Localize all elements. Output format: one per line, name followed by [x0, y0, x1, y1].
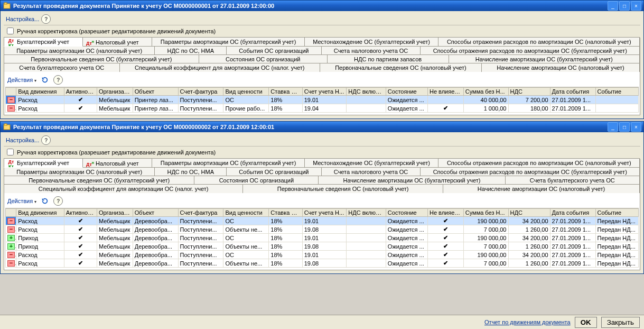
table-row[interactable]: Расход✔МебельщикДеревообра...Поступлени.… — [6, 251, 639, 259]
table-row[interactable]: Расход✔МебельщикПринтер лаз...Поступлени… — [6, 104, 639, 113]
tab[interactable]: Счета налогового учета ОС — [321, 46, 421, 55]
tab[interactable]: ДтнКтНалоговый учет — [82, 37, 152, 47]
tab[interactable]: Счета налогового учета ОС — [321, 167, 421, 176]
maximize-button[interactable]: □ — [619, 122, 630, 132]
column-header[interactable]: Активность — [64, 88, 97, 96]
tab[interactable]: ДтнКтНалоговый учет — [82, 158, 152, 168]
column-header[interactable]: Событие — [595, 209, 639, 217]
column-header[interactable]: Вид ценности — [223, 209, 269, 217]
column-header[interactable]: Счет-фактура — [178, 88, 223, 96]
column-header[interactable]: Объект — [133, 88, 178, 96]
close-button[interactable]: × — [631, 1, 641, 11]
cell: ✔ — [427, 225, 463, 234]
manual-correction-checkbox[interactable] — [7, 149, 14, 156]
tab[interactable]: Первоначальные сведения ОС (бухгалтерски… — [4, 54, 199, 63]
column-header[interactable]: Вид движения — [16, 209, 64, 217]
cell — [347, 259, 386, 268]
column-header[interactable]: Состояние — [386, 88, 427, 96]
tab[interactable]: Специальный коэффициент для амортизации … — [4, 184, 243, 193]
manual-correction-checkbox[interactable] — [7, 28, 14, 34]
table-row[interactable]: Приход✔МебельщикДеревообра...Поступлени.… — [6, 234, 639, 242]
column-header[interactable]: Активность — [64, 209, 97, 217]
tab[interactable]: Способы отражения расходов по амортизаци… — [420, 46, 640, 55]
tab[interactable]: НДС по партиям запасов — [327, 54, 449, 63]
column-header[interactable]: Вид движения — [16, 88, 64, 96]
minimize-button[interactable]: _ — [608, 1, 618, 11]
tabs-row: Первоначальные сведения ОС (бухгалтерски… — [4, 176, 640, 185]
tab[interactable]: Начисление амортизации ОС (налоговый уче… — [481, 63, 640, 72]
help-icon[interactable]: ? — [53, 196, 63, 206]
column-header[interactable]: Дата события — [550, 88, 595, 96]
refresh-icon[interactable] — [41, 197, 49, 205]
table-row[interactable]: Расход✔МебельщикДеревообра...Поступлени.… — [6, 225, 639, 234]
tab[interactable]: Начисление амортизации ОС (бухгалтерский… — [318, 176, 505, 185]
help-icon[interactable]: ? — [41, 14, 51, 24]
tab[interactable]: Способы отражения расходов по амортизаци… — [438, 158, 640, 168]
tab[interactable]: Счета бухгалтерского учета ОС — [505, 176, 640, 185]
tab-label: Бухгалтерский учет — [17, 39, 69, 45]
column-header[interactable]: Вид ценности — [223, 88, 269, 96]
column-header[interactable]: НДС включе... — [347, 209, 386, 217]
column-header[interactable] — [6, 209, 16, 217]
tab[interactable]: События ОС организаций — [226, 167, 321, 176]
table-row[interactable]: Расход✔МебельщикДеревообра...Поступлени.… — [6, 259, 639, 268]
actions-menu[interactable]: Действия ▾ — [7, 198, 36, 204]
column-header[interactable]: НДС — [508, 209, 550, 217]
tab[interactable]: НДС по ОС, НМА — [154, 167, 227, 176]
help-icon[interactable]: ? — [53, 75, 63, 85]
tab[interactable]: Местонахождение ОС (бухгалтерский учет) — [304, 37, 439, 47]
column-header[interactable]: Не влияет н... — [427, 88, 463, 96]
tab[interactable]: Первоначальные сведения ОС (бухгалтерски… — [4, 176, 194, 185]
column-header[interactable]: Объект — [133, 209, 178, 217]
table-row[interactable]: Расход✔МебельщикПринтер лаз...Поступлени… — [6, 96, 639, 104]
column-header[interactable]: Состояние — [386, 209, 427, 217]
cell: ✔ — [64, 225, 97, 234]
column-header[interactable]: Событие — [595, 88, 639, 96]
column-header[interactable]: Организация — [97, 209, 133, 217]
column-header[interactable]: Счет учета Н... — [302, 88, 347, 96]
column-header[interactable]: Счет учета Н... — [302, 209, 347, 217]
tab[interactable]: События ОС организаций — [226, 46, 321, 55]
maximize-button[interactable]: □ — [619, 1, 630, 11]
tab[interactable]: Первоначальные сведения ОС (налоговый уч… — [242, 184, 443, 193]
column-header[interactable]: Дата события — [550, 209, 595, 217]
close-button[interactable]: × — [631, 122, 641, 132]
column-header[interactable]: Организация — [97, 88, 133, 96]
column-header[interactable]: Не влияет н... — [427, 209, 463, 217]
tab[interactable]: Параметры амортизации ОС (налоговый учет… — [4, 167, 155, 176]
refresh-icon[interactable] — [41, 76, 49, 84]
table-row[interactable]: Приход✔МебельщикДеревообра...Поступлени.… — [6, 242, 639, 251]
column-header[interactable] — [6, 88, 16, 96]
column-header[interactable]: НДС включе... — [347, 88, 386, 96]
checkmark-icon: ✔ — [443, 251, 448, 258]
tab[interactable]: Состояния ОС организаций — [194, 176, 319, 185]
tab-label: Параметры амортизации ОС (налоговый учет… — [16, 169, 142, 175]
column-header[interactable]: Ставка НДС — [269, 209, 302, 217]
help-icon[interactable]: ? — [41, 135, 51, 145]
tab[interactable]: ДтКтБухгалтерский учет — [4, 37, 83, 47]
tab[interactable]: Начисление амортизации ОС (налоговый уче… — [443, 184, 640, 193]
tab[interactable]: НДС по ОС, НМА — [154, 46, 227, 55]
settings-menu[interactable]: Настройка... — [6, 137, 39, 143]
tab[interactable]: ДтКтБухгалтерский учет — [4, 158, 83, 168]
tab[interactable]: Местонахождение ОС (бухгалтерский учет) — [304, 158, 439, 168]
column-header[interactable]: Счет-фактура — [178, 209, 223, 217]
minimize-button[interactable]: _ — [608, 122, 618, 132]
column-header[interactable]: НДС — [508, 88, 550, 96]
tab[interactable]: Состояния ОС организаций — [199, 54, 328, 63]
tab[interactable]: Первоначальные сведения ОС (налоговый уч… — [320, 63, 482, 72]
tab[interactable]: Параметры амортизации ОС (бухгалтерский … — [152, 37, 304, 47]
column-header[interactable]: Сумма без Н... — [463, 88, 508, 96]
tab[interactable]: Специальный коэффициент для амортизации … — [119, 63, 320, 72]
tab[interactable]: Способы отражения расходов по амортизаци… — [438, 37, 640, 47]
tab[interactable]: Начисление амортизации ОС (бухгалтерский… — [449, 54, 640, 63]
column-header[interactable]: Сумма без Н... — [463, 209, 508, 217]
table-row[interactable]: Расход✔МебельщикДеревообра...Поступлени.… — [6, 217, 639, 225]
settings-menu[interactable]: Настройка... — [6, 16, 39, 22]
tab[interactable]: Параметры амортизации ОС (бухгалтерский … — [152, 158, 304, 168]
column-header[interactable]: Ставка НДС — [269, 88, 302, 96]
tab[interactable]: Способы отражения расходов по амортизаци… — [420, 167, 640, 176]
tab[interactable]: Параметры амортизации ОС (налоговый учет… — [4, 46, 155, 55]
actions-menu[interactable]: Действия ▾ — [7, 77, 36, 83]
tab[interactable]: Счета бухгалтерского учета ОС — [4, 63, 120, 72]
